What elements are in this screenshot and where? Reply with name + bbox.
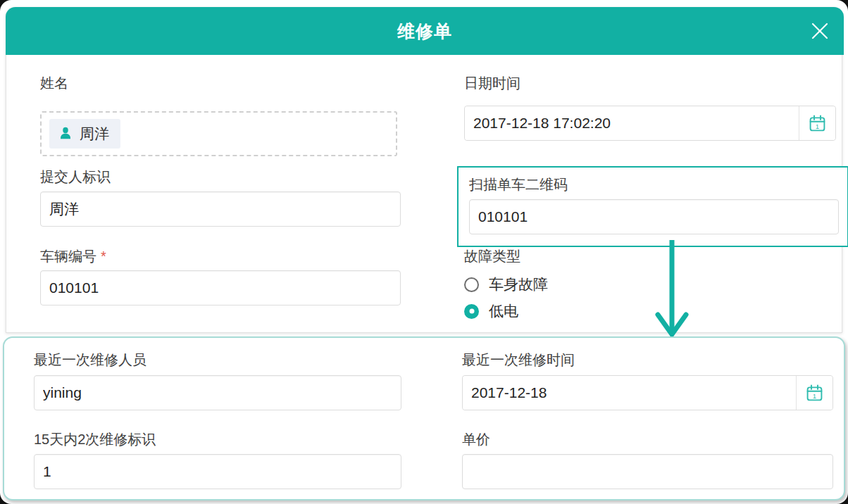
last-time-label: 最近一次维修时间 bbox=[462, 351, 575, 370]
last-person-input[interactable] bbox=[34, 375, 401, 410]
close-icon bbox=[808, 19, 832, 43]
qr-highlight-box: 扫描单车二维码 bbox=[457, 166, 848, 247]
twice-flag-label: 15天内2次维修标识 bbox=[34, 430, 156, 449]
fault-option-body-label: 车身故障 bbox=[489, 275, 548, 294]
datetime-calendar-button[interactable]: 1 bbox=[799, 106, 835, 140]
name-label: 姓名 bbox=[40, 74, 68, 93]
modal-window: 维修单 姓名 周洋 日期时间 bbox=[6, 7, 842, 333]
unit-price-label: 单价 bbox=[462, 430, 490, 449]
name-chip[interactable]: 周洋 bbox=[49, 119, 120, 149]
fault-type-label: 故障类型 bbox=[464, 247, 520, 266]
vehicle-label-text: 车辆编号 bbox=[40, 248, 96, 264]
vehicle-input[interactable] bbox=[40, 270, 401, 305]
repair-order-dialog: 维修单 姓名 周洋 日期时间 bbox=[0, 0, 848, 504]
submitter-label: 提交人标识 bbox=[40, 168, 111, 187]
datetime-field: 1 bbox=[464, 106, 836, 141]
submitter-input[interactable] bbox=[40, 191, 401, 227]
datetime-input[interactable] bbox=[465, 106, 799, 140]
vehicle-label: 车辆编号* bbox=[40, 247, 106, 266]
calendar-icon: 1 bbox=[808, 114, 827, 133]
datetime-label: 日期时间 bbox=[464, 74, 520, 93]
modal-header: 维修单 bbox=[6, 7, 844, 55]
close-button[interactable] bbox=[806, 17, 834, 45]
qr-label: 扫描单车二维码 bbox=[469, 175, 568, 194]
last-time-input[interactable] bbox=[463, 376, 796, 410]
twice-flag-input[interactable] bbox=[34, 454, 401, 489]
last-time-field: 1 bbox=[462, 375, 833, 410]
qr-input[interactable] bbox=[469, 199, 839, 234]
svg-text:1: 1 bbox=[813, 391, 816, 399]
last-time-calendar-button[interactable]: 1 bbox=[796, 376, 833, 410]
required-asterisk: * bbox=[101, 248, 106, 264]
unit-price-input[interactable] bbox=[462, 454, 833, 489]
radio-checked-icon[interactable] bbox=[464, 304, 479, 319]
person-icon bbox=[58, 126, 73, 141]
svg-text:1: 1 bbox=[816, 122, 819, 130]
calendar-icon: 1 bbox=[805, 384, 824, 403]
dialog-title: 维修单 bbox=[397, 20, 452, 43]
name-chip-label: 周洋 bbox=[80, 124, 109, 144]
connector-arrow-icon bbox=[651, 239, 692, 339]
fault-option-body[interactable]: 车身故障 bbox=[464, 275, 548, 294]
repair-history-panel: 最近一次维修人员 最近一次维修时间 1 15天内2次维修标识 单价 bbox=[3, 336, 845, 500]
radio-unchecked-icon[interactable] bbox=[464, 277, 479, 292]
last-person-label: 最近一次维修人员 bbox=[34, 351, 146, 370]
fault-option-lowbattery[interactable]: 低电 bbox=[464, 301, 518, 321]
fault-option-lowbattery-label: 低电 bbox=[489, 301, 518, 321]
name-field[interactable]: 周洋 bbox=[40, 111, 397, 156]
